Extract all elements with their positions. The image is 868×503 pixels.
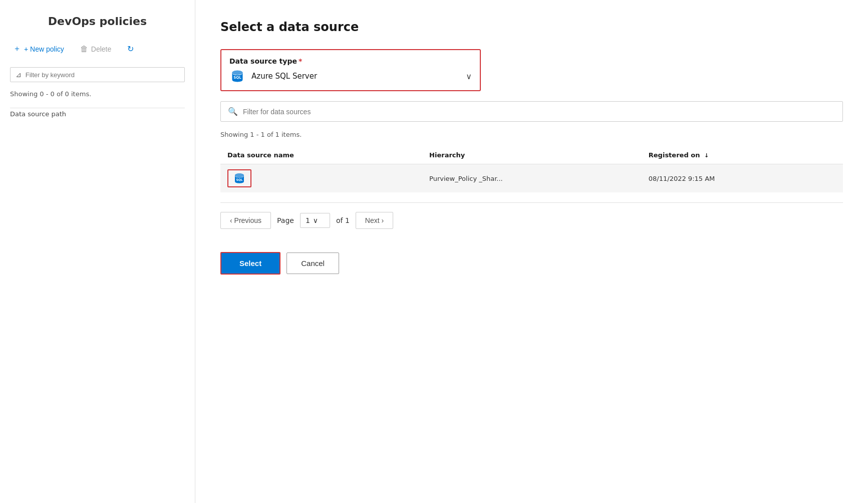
azure-sql-icon: SQL	[229, 69, 245, 83]
page-number-dropdown[interactable]: 1 ∨	[300, 213, 330, 228]
page-chevron-icon: ∨	[313, 216, 318, 224]
refresh-icon: ↻	[127, 44, 134, 54]
sidebar-showing-text: Showing 0 - 0 of 0 items.	[10, 90, 185, 98]
sidebar-actions: ＋ + New policy 🗑 Delete ↻	[10, 42, 185, 56]
previous-button[interactable]: ‹ Previous	[220, 212, 271, 229]
table-header-row: Data source name Hierarchy Registered on…	[220, 146, 843, 164]
next-button[interactable]: Next ›	[356, 212, 393, 229]
select-button[interactable]: Select	[220, 252, 280, 275]
search-icon: 🔍	[228, 107, 238, 116]
sidebar-column-header: Data source path	[10, 108, 185, 120]
pagination-bar: ‹ Previous Page 1 ∨ of 1 Next ›	[220, 202, 843, 238]
svg-point-1	[232, 71, 243, 75]
new-policy-button[interactable]: ＋ + New policy	[10, 42, 67, 56]
cell-hierarchy: Purview_Policy _Shar...	[422, 164, 642, 193]
cancel-button[interactable]: Cancel	[286, 253, 339, 274]
svg-text:SQL: SQL	[233, 76, 241, 80]
selected-type-label: Azure SQL Server	[251, 72, 317, 81]
sql-row-icon: SQL	[232, 172, 246, 184]
table-row[interactable]: SQL Purview_Policy _Shar... 08/11/2022 9…	[220, 164, 843, 193]
col-header-name: Data source name	[220, 146, 422, 164]
showing-items-text: Showing 1 - 1 of 1 items.	[220, 131, 843, 138]
data-source-type-label: Data source type*	[229, 57, 472, 65]
col-header-registered-on[interactable]: Registered on ↓	[642, 146, 843, 164]
sidebar: DevOps policies ＋ + New policy 🗑 Delete …	[0, 0, 195, 503]
sort-desc-icon: ↓	[704, 152, 709, 159]
delete-button[interactable]: 🗑 Delete	[77, 43, 114, 56]
filter-icon: ⊿	[16, 71, 22, 79]
cell-registered-on: 08/11/2022 9:15 AM	[642, 164, 843, 193]
data-source-type-dropdown[interactable]: SQL Azure SQL Server ∨	[229, 69, 472, 83]
svg-text:SQL: SQL	[236, 178, 242, 181]
filter-search-box: 🔍	[220, 101, 843, 122]
sidebar-title: DevOps policies	[10, 15, 185, 28]
sidebar-keyword-input[interactable]	[26, 71, 179, 79]
data-source-table: Data source name Hierarchy Registered on…	[220, 146, 843, 192]
trash-icon: 🗑	[80, 45, 88, 54]
page-of-label: of 1	[336, 216, 350, 224]
page-label: Page	[277, 216, 294, 224]
data-source-type-section: Data source type* SQL Azure SQL Server ∨	[220, 49, 481, 91]
refresh-button[interactable]: ↻	[124, 42, 137, 56]
action-bar: Select Cancel	[220, 252, 843, 275]
chevron-down-icon: ∨	[466, 72, 472, 81]
selected-row-indicator: SQL	[227, 169, 251, 187]
sidebar-filter-box: ⊿	[10, 67, 185, 82]
col-header-hierarchy: Hierarchy	[422, 146, 642, 164]
plus-icon: ＋	[13, 44, 21, 54]
dialog-title: Select a data source	[220, 20, 843, 34]
svg-point-4	[235, 173, 244, 177]
filter-input[interactable]	[243, 108, 835, 116]
main-panel: Select a data source Data source type* S…	[195, 0, 868, 503]
cell-name: SQL	[220, 164, 422, 193]
